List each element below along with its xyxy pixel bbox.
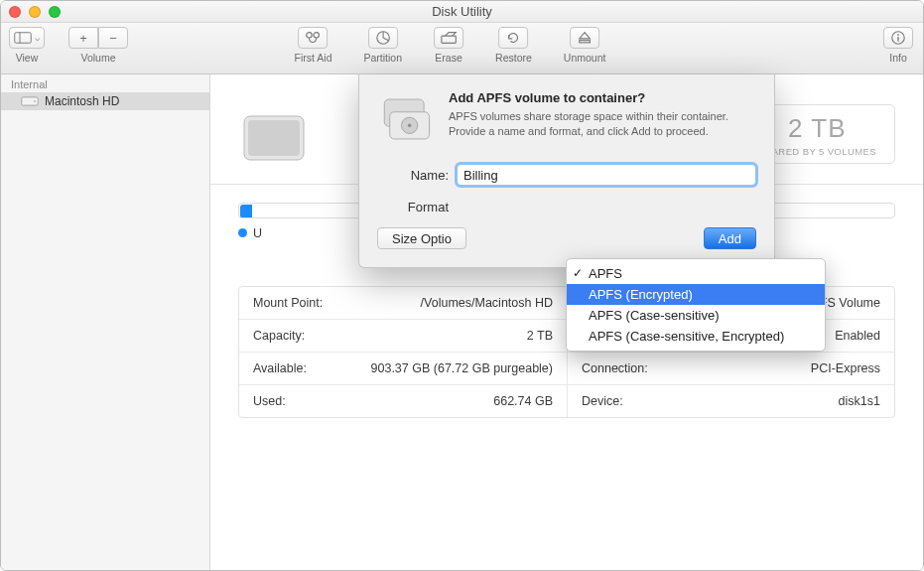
legend-used: U — [238, 226, 262, 240]
erase-button[interactable] — [434, 27, 463, 49]
info-label: Info — [889, 52, 907, 64]
info-icon — [889, 30, 907, 46]
traffic-lights — [9, 6, 61, 18]
info-val: PCI-Express — [811, 361, 880, 375]
format-select[interactable] — [457, 196, 756, 217]
restore-label: Restore — [495, 52, 532, 64]
format-option-apfs[interactable]: ✓ APFS — [567, 263, 825, 284]
info-key: Device: — [582, 394, 623, 408]
stethoscope-icon — [305, 30, 323, 46]
toolbar-info-group: Info — [883, 27, 913, 64]
format-option-label: APFS (Case-sensitive) — [589, 308, 719, 323]
sidebar-header-internal: Internal — [1, 74, 209, 92]
sidebar-item-label: Macintosh HD — [45, 94, 119, 108]
format-option-apfs-case-enc[interactable]: APFS (Case-sensitive, Encrypted) — [567, 326, 825, 347]
checkmark-icon: ✓ — [573, 266, 583, 280]
unmount-label: Unmount — [564, 52, 606, 64]
toolbar-center: First Aid Partition Erase Restore — [295, 27, 630, 64]
format-label: Format — [377, 200, 449, 214]
zoom-window-button[interactable] — [49, 6, 61, 18]
name-input[interactable] — [457, 164, 756, 186]
format-dropdown[interactable]: ✓ APFS APFS (Encrypted) APFS (Case-sensi… — [566, 258, 826, 352]
volume-label: Volume — [80, 52, 115, 64]
partition-label: Partition — [364, 52, 403, 64]
info-val: 903.37 GB (67.72 GB purgeable) — [371, 361, 553, 375]
info-key: Capacity: — [253, 329, 305, 343]
svg-point-2 — [307, 33, 312, 38]
svg-point-11 — [34, 100, 36, 102]
info-row: Available:903.37 GB (67.72 GB purgeable) — [239, 353, 567, 385]
first-aid-label: First Aid — [295, 52, 332, 64]
add-volume-button[interactable]: + — [68, 27, 98, 49]
format-option-apfs-case[interactable]: APFS (Case-sensitive) — [567, 305, 825, 326]
remove-volume-button[interactable]: − — [98, 27, 128, 49]
erase-icon — [440, 30, 458, 46]
info-key: Mount Point: — [253, 296, 323, 310]
legend-used-label: U — [253, 226, 262, 240]
info-val: 2 TB — [527, 329, 553, 343]
info-val: disk1s1 — [839, 394, 880, 408]
svg-rect-6 — [580, 41, 591, 43]
size-options-button[interactable]: Size Optio — [377, 227, 466, 249]
svg-rect-9 — [897, 37, 898, 41]
info-row: Device:disk1s1 — [567, 385, 894, 417]
eject-icon — [576, 30, 594, 46]
info-row: Connection:PCI-Express — [567, 353, 894, 385]
svg-rect-13 — [248, 120, 300, 156]
restore-icon — [504, 30, 522, 46]
svg-point-8 — [897, 34, 899, 36]
info-val: Enabled — [835, 329, 880, 343]
sheet-subtitle: APFS volumes share storage space within … — [449, 109, 756, 139]
volume-hero-icon — [238, 94, 337, 174]
hdd-icon — [21, 94, 39, 108]
info-row: Capacity:2 TB — [239, 320, 567, 353]
sidebar: Internal Macintosh HD — [1, 74, 210, 570]
main-pane: 2 TB SHARED BY 5 VOLUMES U Free 835.66 G… — [210, 74, 923, 570]
view-button[interactable]: ⌵ — [9, 27, 45, 49]
view-label: View — [16, 52, 39, 64]
chevron-down-icon: ⌵ — [35, 33, 40, 43]
info-button[interactable] — [883, 27, 913, 49]
swatch-blue — [238, 228, 247, 237]
toolbar: ⌵ View + − Volume First Aid — [1, 23, 923, 74]
format-option-label: APFS — [589, 266, 622, 281]
plus-icon: + — [79, 31, 87, 46]
minimize-window-button[interactable] — [29, 6, 41, 18]
toolbar-view-group: ⌵ View — [9, 27, 45, 64]
info-row: Mount Point:/Volumes/Macintosh HD — [239, 287, 567, 320]
minus-icon: − — [109, 31, 117, 46]
close-window-button[interactable] — [9, 6, 21, 18]
capacity-sub: SHARED BY 5 VOLUMES — [758, 146, 876, 157]
sheet-form: Name: Format Size Optio Cancel Add — [377, 164, 756, 249]
partition-button[interactable] — [368, 27, 398, 49]
unmount-button[interactable] — [570, 27, 599, 49]
svg-point-3 — [314, 33, 319, 38]
capacity-value: 2 TB — [758, 113, 876, 144]
svg-point-17 — [408, 124, 412, 128]
info-key: Used: — [253, 394, 286, 408]
info-row: Used:662.74 GB — [239, 385, 567, 417]
sidebar-item-macintosh-hd[interactable]: Macintosh HD — [1, 92, 209, 110]
window-title: Disk Utility — [432, 4, 492, 19]
sheet-title: Add APFS volume to container? — [449, 90, 756, 105]
format-option-apfs-encrypted[interactable]: APFS (Encrypted) — [567, 284, 825, 305]
restore-button[interactable] — [498, 27, 528, 49]
usage-seg-used — [240, 205, 252, 218]
toolbar-volume-group: + − Volume — [68, 27, 128, 64]
add-button[interactable]: Add — [704, 227, 756, 249]
info-key: Available: — [253, 361, 307, 375]
format-option-label: APFS (Encrypted) — [589, 287, 693, 302]
svg-rect-0 — [15, 33, 32, 44]
erase-label: Erase — [435, 52, 462, 64]
format-option-label: APFS (Case-sensitive, Encrypted) — [589, 329, 784, 344]
info-key: Connection: — [582, 361, 648, 375]
add-volume-sheet: Add APFS volume to container? APFS volum… — [358, 74, 775, 268]
body: Internal Macintosh HD 2 TB SHARED BY 5 V… — [1, 74, 923, 570]
disk-stack-icon — [377, 90, 435, 148]
first-aid-button[interactable] — [299, 27, 329, 49]
svg-rect-5 — [442, 36, 456, 43]
disk-utility-window: Disk Utility ⌵ View + − Volume — [0, 0, 924, 571]
pie-icon — [374, 30, 392, 46]
titlebar: Disk Utility — [1, 1, 923, 23]
name-label: Name: — [377, 168, 449, 183]
